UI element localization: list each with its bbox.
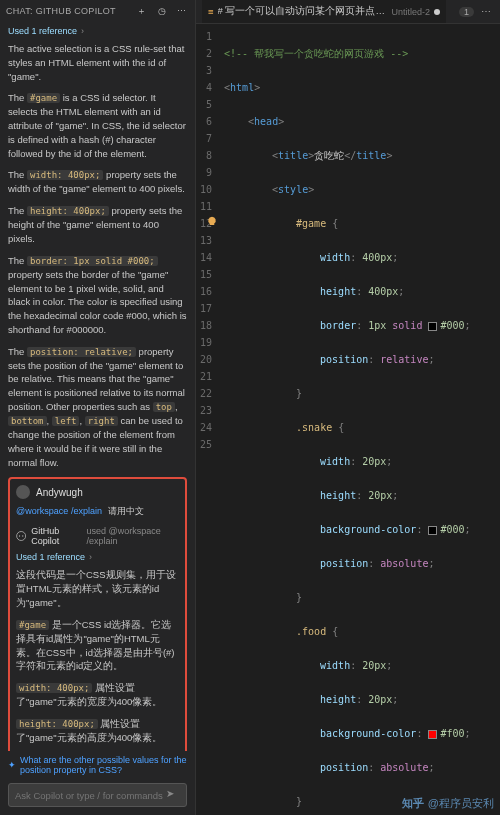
svg-point-0 [17,532,26,541]
explain-paragraph: The border: 1px solid #000; property set… [8,254,187,337]
editor-tab[interactable]: ≡ # 写一个可以自动访问某个网页并点击一个名为"开始"按钮的程序。 Untit… [202,0,446,23]
user-name: Andywugh [36,487,83,498]
assistant-row: GitHub Copilot used @workspace /explain [16,526,179,546]
highlighted-turn: Andywugh @workspace /explain 请用中文 GitHub… [8,477,187,751]
editor-tabbar: ≡ # 写一个可以自动访问某个网页并点击一个名为"开始"按钮的程序。 Untit… [196,0,500,24]
sparkle-icon: ✦ [8,760,16,770]
send-icon[interactable]: ➤ [166,788,180,802]
dirty-dot-icon [434,9,440,15]
explain-paragraph-cn: #game 是一个CSS id选择器。它选择具有id属性为"game"的HTML… [16,618,179,673]
tab-more-icon[interactable]: ⋯ [478,6,494,17]
svg-point-2 [22,536,23,537]
chat-input-field[interactable] [15,790,166,801]
chat-scroll[interactable]: Used 1 reference› The active selection i… [0,22,195,751]
explain-paragraph: The active selection is a CSS rule-set t… [8,42,187,83]
code-editor[interactable]: 1234567891011121314151617181920212223242… [196,24,500,815]
copilot-chat-panel: CHAT: GITHUB COPILOT ＋ ◷ ⋯ Used 1 refere… [0,0,196,815]
avatar [16,485,30,499]
history-icon[interactable]: ◷ [155,4,169,18]
panel-header: CHAT: GITHUB COPILOT ＋ ◷ ⋯ [0,0,195,22]
chat-input[interactable]: ➤ [8,783,187,807]
copilot-icon [16,530,26,542]
chevron-right-icon: › [81,26,84,36]
watermark: 知乎 @程序员安利 [402,796,494,811]
code-content[interactable]: <!-- 帮我写一个贪吃蛇的网页游戏 --> <html> <head> <ti… [220,24,500,815]
editor-area: ≡ # 写一个可以自动访问某个网页并点击一个名为"开始"按钮的程序。 Untit… [196,0,500,815]
explain-paragraph: The position: relative; property sets th… [8,345,187,470]
new-chat-icon[interactable]: ＋ [135,4,149,18]
followup-suggestion[interactable]: ✦ What are the other possible values for… [0,751,195,779]
used-references[interactable]: Used 1 reference› [8,26,187,36]
panel-title: CHAT: GITHUB COPILOT [6,6,135,16]
user-row: Andywugh [16,485,179,499]
tab-label: # 写一个可以自动访问某个网页并点击一个名为"开始"按钮的程序。 [218,5,388,18]
explain-paragraph: The width: 400px; property sets the widt… [8,168,187,196]
svg-point-1 [19,536,20,537]
explain-paragraph-cn: 这段代码是一个CSS规则集，用于设置HTML元素的样式，该元素的id为"game… [16,568,179,609]
more-icon[interactable]: ⋯ [175,4,189,18]
explain-paragraph-cn: width: 400px; 属性设置了"game"元素的宽度为400像素。 [16,681,179,709]
line-gutter: 1234567891011121314151617181920212223242… [196,24,220,815]
user-prompt: @workspace /explain 请用中文 [16,505,179,518]
explain-paragraph-cn: height: 400px; 属性设置了"game"元素的高度为400像素。 [16,717,179,745]
explain-paragraph: The height: 400px; property sets the hei… [8,204,187,246]
used-references[interactable]: Used 1 reference› [16,552,179,562]
file-icon: ≡ [208,6,214,17]
explain-paragraph: The #game is a CSS id selector. It selec… [8,91,187,160]
tab-count[interactable]: 1 [459,7,474,17]
lightbulb-icon[interactable] [206,216,218,228]
